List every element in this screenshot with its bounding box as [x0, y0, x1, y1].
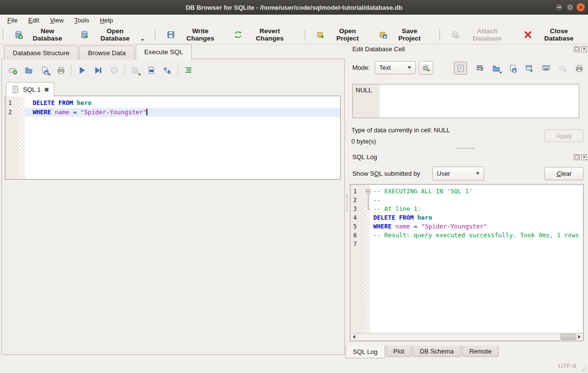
menu-tools[interactable]: Tools [69, 16, 94, 25]
panes-splitter[interactable] [346, 194, 347, 212]
open-database-icon [80, 30, 89, 39]
menu-view[interactable]: View [44, 16, 69, 25]
menu-bar: FileEditViewToolsHelp [0, 15, 588, 25]
close-dock-icon[interactable] [581, 154, 587, 160]
maximize-button[interactable] [566, 3, 574, 12]
export-data-icon [508, 64, 517, 73]
dropdown-caret-icon [138, 74, 141, 76]
close-database-button[interactable]: Close Database [519, 24, 587, 45]
open-project-button[interactable]: Open Project [312, 24, 371, 45]
dock-tab-db-schema[interactable]: DB Schema [412, 346, 461, 357]
code-text [372, 240, 583, 249]
token-kw: FROM [59, 99, 73, 106]
print-cell-button[interactable] [572, 62, 586, 75]
log-filter-select[interactable]: User [432, 166, 484, 181]
open-sql-file-button[interactable] [22, 63, 35, 77]
sql-log-view[interactable]: 1-- EXECUTING ALL IN 'SQL 1'2--3-- At li… [350, 184, 584, 341]
auto-format-icon [184, 66, 193, 75]
sql-tab[interactable]: SQL 1 ✖ [6, 82, 54, 97]
float-dock-icon[interactable] [574, 154, 580, 160]
tab-execute-sql[interactable]: Execute SQL [136, 44, 192, 60]
sql-log-dock-title: SQL Log [352, 153, 377, 161]
token-pl: = [410, 223, 421, 230]
token-kw: DELETE [373, 214, 395, 221]
execute-current-line-button[interactable] [91, 63, 104, 77]
auto-switch-mode-button[interactable] [419, 61, 433, 75]
maximize-icon [568, 6, 572, 9]
line-number: 1 [5, 99, 19, 108]
set-as-link-icon [542, 64, 550, 73]
open-database-label: Open Database [92, 27, 138, 42]
encoding-status: UTF-8 [558, 362, 576, 370]
close-window-button[interactable]: ✕ [576, 3, 585, 12]
toolbar-separator [178, 65, 178, 76]
main-tab-bar: Database StructureBrowse DataExecute SQL [4, 44, 193, 60]
export-data-button[interactable] [506, 62, 519, 75]
token-kw: FROM [399, 214, 414, 221]
new-sql-tab-button[interactable] [6, 63, 19, 77]
find-button[interactable] [144, 63, 158, 77]
open-in-external-app-icon [525, 64, 534, 73]
tab-database-structure[interactable]: Database Structure [4, 45, 78, 60]
print-sql-button[interactable] [54, 63, 67, 77]
set-as-link-button[interactable] [539, 62, 552, 75]
dock-tab-remote[interactable]: Remote [462, 346, 499, 357]
line-number: 4 [350, 213, 365, 222]
fold-marker-icon[interactable] [365, 187, 372, 196]
fold-margin [365, 240, 372, 249]
float-dock-icon[interactable] [574, 46, 580, 52]
scrollbar-thumb[interactable] [561, 334, 576, 340]
menu-help[interactable]: Help [95, 16, 119, 25]
import-data-button[interactable] [489, 62, 503, 75]
word-wrap-button[interactable] [473, 62, 486, 75]
auto-format-button[interactable] [182, 63, 195, 77]
db-browser-window: { "window": { "title": "DB Browser for S… [0, 0, 588, 373]
new-database-label: New Database [26, 27, 69, 42]
sql-log-dock-buttons [574, 154, 587, 160]
minimize-button[interactable] [555, 3, 564, 12]
close-sql-tab-icon[interactable]: ✖ [44, 87, 49, 93]
scroll-left-arrow-icon[interactable] [350, 333, 358, 340]
menu-file[interactable]: File [2, 16, 23, 25]
token-str: "Spider-Youngster" [81, 108, 146, 116]
open-database-button[interactable]: Open Database [76, 24, 148, 45]
dock-tab-sql-log[interactable]: SQL Log [345, 346, 385, 358]
sql-editor[interactable]: 1DELETE FROM hero2WHERE name = "Spider-Y… [5, 96, 341, 180]
scroll-right-arrow-icon[interactable] [575, 333, 583, 340]
text-mode-button[interactable] [454, 62, 467, 75]
token-com: -- Result: query executed successfully. … [373, 231, 583, 239]
revert-changes-button[interactable]: Revert Changes [229, 24, 298, 45]
word-wrap-icon [475, 64, 484, 73]
code-line: 7 [350, 240, 583, 249]
token-tbl: hero [417, 214, 432, 221]
docks-splitter[interactable] [457, 148, 474, 149]
apply-button[interactable]: Apply [545, 129, 584, 142]
log-horizontal-scrollbar[interactable] [350, 333, 583, 341]
clear-log-button[interactable]: Clear [545, 167, 584, 180]
stop-execution-icon [110, 66, 119, 75]
code-text: -- EXECUTING ALL IN 'SQL 1' [372, 187, 583, 196]
execute-all-button[interactable] [75, 63, 88, 77]
close-icon: ✕ [578, 5, 583, 10]
dropdown-caret-icon[interactable] [141, 39, 144, 41]
dock-tab-plot[interactable]: Plot [386, 346, 411, 357]
write-changes-button[interactable]: Write Changes [162, 24, 226, 45]
code-text: WHERE name = "Spider-Youngster" [25, 108, 340, 117]
cell-editor[interactable]: NULL [352, 84, 579, 118]
menu-edit[interactable]: Edit [23, 16, 44, 25]
token-pl [55, 99, 59, 106]
open-in-external-app-button[interactable] [523, 62, 536, 75]
find-replace-button[interactable] [161, 63, 174, 77]
close-dock-icon[interactable] [581, 46, 587, 52]
save-project-button[interactable]: Save Project [374, 24, 433, 45]
fold-marker-icon[interactable] [365, 205, 372, 213]
mode-label: Mode: [352, 64, 370, 71]
toolbar-separator [304, 29, 305, 40]
tab-browse-data[interactable]: Browse Data [79, 45, 134, 60]
fold-marker-icon[interactable] [365, 196, 372, 205]
resize-grip[interactable] [580, 365, 587, 372]
save-sql-file-button[interactable] [38, 63, 51, 77]
print-cell-icon [575, 64, 584, 73]
mode-select[interactable]: Text [375, 61, 416, 74]
new-database-button[interactable]: New Database [10, 24, 73, 45]
